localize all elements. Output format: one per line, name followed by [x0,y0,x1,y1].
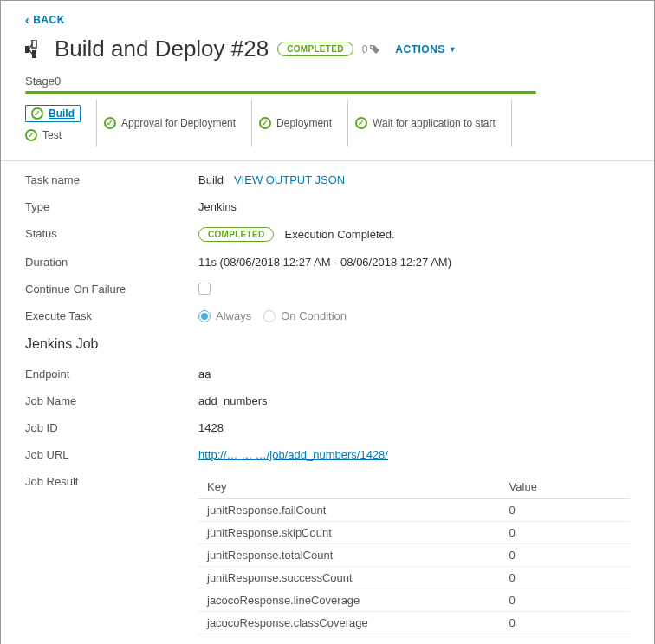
radio-icon [198,310,211,322]
check-circle-icon: ✓ [104,117,116,129]
stage-group: ✓Approval for Deployment [97,100,252,146]
result-value: 0 [501,589,630,612]
execute-always-option[interactable]: Always [198,309,251,322]
result-key: jacocoResponse.lineCoverage [198,589,501,612]
task-label: Wait for application to start [373,117,496,129]
joburl-label: Job URL [25,448,198,461]
status-text: Execution Completed. [284,228,394,241]
tag-icon [369,44,381,55]
task-item[interactable]: ✓Build [25,105,81,122]
table-row: junitResponse.failCount0 [198,499,630,522]
task-item[interactable]: ✓Wait for application to start [355,117,496,129]
duration-value: 11s (08/06/2018 12:27 AM - 08/06/2018 12… [198,256,451,269]
stage-group: ✓Deployment [252,100,348,146]
stage-tasks-row: ✓Build✓Test✓Approval for Deployment✓Depl… [25,100,630,155]
result-value: 0 [501,544,630,567]
result-key: junitResponse.successCount [198,567,501,589]
table-header-value: Value [501,475,630,499]
endpoint-value: aa [198,368,211,381]
stage-name: Stage0 [25,75,630,88]
job-result-table: Key Value junitResponse.failCount0junitR… [198,475,630,634]
jobresult-label: Job Result [25,475,198,488]
jobid-label: Job ID [25,421,198,434]
execute-condition-label: On Condition [281,309,347,322]
jobid-value: 1428 [198,421,224,434]
status-badge: COMPLETED [277,42,353,56]
table-header-key: Key [198,475,501,499]
execute-on-condition-option[interactable]: On Condition [263,309,347,322]
table-row: junitResponse.skipCount0 [198,522,630,544]
result-key: junitResponse.failCount [198,499,501,522]
result-key: junitResponse.totalCount [198,544,501,567]
task-label: Deployment [276,117,332,129]
check-circle-icon: ✓ [31,107,43,120]
result-value: 0 [501,522,630,544]
chevron-left-icon: ‹ [25,13,29,27]
result-value: 0 [501,499,630,522]
stage-group: ✓Wait for application to start [348,100,512,146]
table-row: jacocoResponse.lineCoverage0 [198,589,630,612]
view-output-json-link[interactable]: VIEW OUTPUT JSON [234,173,345,186]
result-value: 0 [501,567,630,589]
continue-on-failure-label: Continue On Failure [25,283,198,296]
execute-always-label: Always [216,309,251,322]
page-title: Build and Deploy #28 [55,36,269,62]
task-item[interactable]: ✓Test [25,129,81,141]
table-row: junitResponse.totalCount0 [198,544,630,567]
jobname-value: add_numbers [198,394,268,407]
svg-rect-0 [25,46,29,53]
task-label: Approval for Deployment [121,117,236,129]
joburl-link[interactable]: http://… … …/job/add_numbers/1428/ [198,448,388,461]
task-label: Build [49,107,75,120]
svg-point-5 [371,46,373,48]
type-value: Jenkins [198,200,237,213]
check-circle-icon: ✓ [25,129,37,141]
tag-count-area: 0 [362,43,382,55]
radio-icon [263,310,276,322]
chevron-down-icon: ▼ [449,45,457,54]
table-row: jacocoResponse.classCoverage0 [198,612,630,634]
svg-rect-2 [32,50,36,58]
tag-count: 0 [362,43,368,55]
result-value: 0 [501,612,630,634]
task-item[interactable]: ✓Deployment [259,117,332,129]
duration-label: Duration [25,256,198,269]
svg-line-4 [29,49,32,54]
task-item[interactable]: ✓Approval for Deployment [104,117,236,129]
actions-label: ACTIONS [395,43,445,55]
status-label: Status [25,227,198,240]
endpoint-label: Endpoint [25,368,198,381]
result-key: junitResponse.skipCount [198,522,501,544]
task-name-value: Build [198,173,224,186]
table-row: junitResponse.successCount0 [198,567,630,589]
result-key: jacocoResponse.classCoverage [198,612,501,634]
status-pill-detail: COMPLETED [198,227,274,242]
jenkins-job-heading: Jenkins Job [25,336,630,352]
stage-progress-bar [25,91,536,94]
execute-task-label: Execute Task [25,309,198,322]
pipeline-icon [25,40,46,59]
stage-group: ✓Build✓Test [25,100,97,146]
task-name-label: Task name [25,173,198,186]
back-link[interactable]: ‹ BACK [25,13,65,27]
check-circle-icon: ✓ [259,117,271,129]
type-label: Type [25,200,198,213]
svg-rect-1 [32,40,36,48]
check-circle-icon: ✓ [355,117,367,129]
continue-on-failure-checkbox[interactable] [198,283,211,295]
back-label: BACK [33,14,65,26]
actions-menu[interactable]: ACTIONS ▼ [395,43,457,55]
jobname-label: Job Name [25,394,198,407]
task-label: Test [42,129,62,141]
